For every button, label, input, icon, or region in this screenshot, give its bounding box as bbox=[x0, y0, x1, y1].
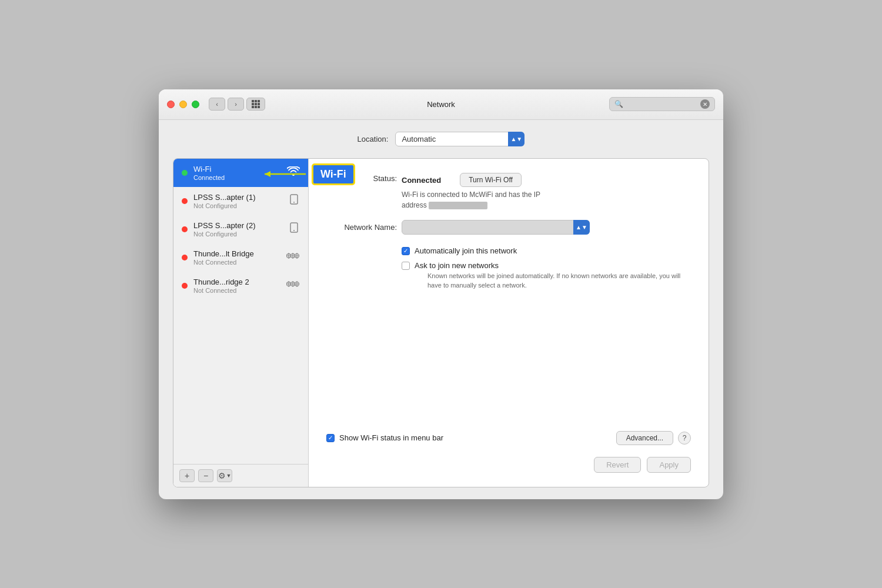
gear-chevron-icon: ▼ bbox=[226, 473, 232, 479]
apply-button[interactable]: Apply bbox=[647, 457, 691, 473]
status-value-group: Connected Turn Wi-Fi Off Wi-Fi is connec… bbox=[402, 173, 566, 211]
gear-menu-button[interactable]: ⚙ ▼ bbox=[217, 469, 232, 482]
traffic-lights bbox=[167, 101, 199, 108]
show-wifi-row: ✓ Show Wi-Fi status in menu bar Advanced… bbox=[326, 431, 691, 445]
maximize-button[interactable] bbox=[192, 101, 199, 108]
grid-view-button[interactable] bbox=[246, 98, 265, 111]
location-label: Location: bbox=[358, 135, 389, 143]
tb1-item-name: Thunde...lt Bridge bbox=[193, 249, 282, 258]
sidebar-footer: + − ⚙ ▼ bbox=[173, 464, 308, 487]
phone-icon-2 bbox=[288, 222, 300, 236]
lpss2-item-text: LPSS S...apter (2) Not Configured bbox=[193, 221, 285, 238]
main-area: Wi-Fi Connected bbox=[173, 158, 709, 487]
network-name-select[interactable] bbox=[402, 220, 590, 235]
thunderbolt-icon-2 bbox=[286, 279, 300, 292]
network-name-row: Network Name: ▲▼ bbox=[326, 220, 691, 235]
status-description: Wi-Fi is connected to McWiFi and has the… bbox=[402, 189, 566, 211]
search-input[interactable] bbox=[626, 100, 696, 108]
gear-icon: ⚙ bbox=[218, 471, 226, 480]
search-clear-button[interactable]: ✕ bbox=[700, 99, 710, 109]
sidebar-item-wifi[interactable]: Wi-Fi Connected bbox=[173, 159, 308, 187]
detail-panel: Status: Connected Turn Wi-Fi Off Wi-Fi i… bbox=[309, 159, 709, 487]
show-wifi-checkbox[interactable]: ✓ bbox=[326, 434, 335, 442]
location-select[interactable]: Automatic bbox=[395, 132, 524, 146]
ask-join-row: Ask to join new networks Known networks … bbox=[402, 261, 691, 290]
network-window: ‹ › Network 🔍 ✕ Location: Aut bbox=[159, 89, 723, 499]
auto-join-checkbox[interactable]: ✓ bbox=[402, 247, 410, 255]
lpss1-item-name: LPSS S...apter (1) bbox=[193, 193, 285, 202]
ask-join-checkbox[interactable] bbox=[402, 262, 410, 270]
status-label: Status: bbox=[326, 173, 397, 183]
lpss2-item-name: LPSS S...apter (2) bbox=[193, 221, 285, 230]
nav-buttons: ‹ › bbox=[209, 98, 244, 111]
back-button[interactable]: ‹ bbox=[209, 98, 225, 111]
sidebar-item-lpss1[interactable]: LPSS S...apter (1) Not Configured bbox=[173, 187, 308, 215]
phone-icon-1 bbox=[288, 193, 300, 208]
svg-point-5 bbox=[293, 230, 295, 231]
sidebar-item-lpss2[interactable]: LPSS S...apter (2) Not Configured bbox=[173, 215, 308, 243]
tb2-item-status: Not Connected bbox=[193, 287, 282, 294]
ask-join-description: Known networks will be joined automatica… bbox=[427, 271, 691, 290]
tb2-status-dot bbox=[182, 283, 188, 289]
sidebar: Wi-Fi Connected bbox=[173, 159, 309, 487]
tb1-item-status: Not Connected bbox=[193, 259, 282, 266]
search-bar[interactable]: 🔍 ✕ bbox=[609, 97, 715, 111]
close-button[interactable] bbox=[167, 101, 175, 108]
lpss1-item-status: Not Configured bbox=[193, 202, 285, 209]
auto-join-row: ✓ Automatically join this network bbox=[402, 246, 691, 255]
tb2-item-text: Thunde...ridge 2 Not Connected bbox=[193, 278, 282, 294]
window-title: Network bbox=[427, 100, 455, 109]
wifi-item-name: Wi-Fi bbox=[193, 165, 283, 173]
lpss2-status-dot bbox=[182, 226, 188, 232]
remove-network-button[interactable]: − bbox=[198, 469, 213, 482]
grid-icon bbox=[252, 100, 260, 108]
network-name-label: Network Name: bbox=[326, 223, 397, 232]
tb1-item-text: Thunde...lt Bridge Not Connected bbox=[193, 249, 282, 266]
status-row: Status: Connected Turn Wi-Fi Off Wi-Fi i… bbox=[326, 173, 691, 211]
sidebar-item-thunderbolt1[interactable]: Thunde...lt Bridge Not Connected bbox=[173, 243, 308, 272]
lpss1-item-text: LPSS S...apter (1) Not Configured bbox=[193, 193, 285, 209]
sidebar-items-list: Wi-Fi Connected bbox=[173, 159, 308, 464]
revert-button[interactable]: Revert bbox=[594, 457, 641, 473]
wifi-item-status: Connected bbox=[193, 174, 283, 181]
wifi-signal-icon bbox=[287, 166, 300, 179]
network-name-select-wrapper: ▲▼ bbox=[402, 220, 590, 235]
sidebar-item-thunderbolt2[interactable]: Thunde...ridge 2 Not Connected bbox=[173, 272, 308, 300]
thunderbolt-icon-1 bbox=[286, 250, 300, 264]
status-connected-value: Connected bbox=[402, 175, 441, 185]
advanced-button[interactable]: Advanced... bbox=[616, 431, 673, 445]
tb1-status-dot bbox=[182, 255, 188, 260]
bottom-section: ✓ Show Wi-Fi status in menu bar Advanced… bbox=[326, 431, 691, 473]
add-network-button[interactable]: + bbox=[179, 469, 195, 482]
auto-join-label: Automatically join this network bbox=[415, 246, 517, 255]
show-wifi-label: Show Wi-Fi status in menu bar bbox=[339, 433, 616, 442]
forward-button[interactable]: › bbox=[228, 98, 244, 111]
lpss2-item-status: Not Configured bbox=[193, 230, 285, 238]
location-row: Location: Automatic ▲▼ bbox=[173, 132, 709, 146]
bottom-actions: Revert Apply bbox=[326, 457, 691, 473]
wifi-item-text: Wi-Fi Connected bbox=[193, 165, 283, 181]
ask-join-label: Ask to join new networks bbox=[415, 261, 499, 270]
titlebar: ‹ › Network 🔍 ✕ bbox=[159, 89, 723, 120]
help-button[interactable]: ? bbox=[678, 432, 691, 445]
ip-address-blurred bbox=[429, 202, 487, 209]
search-icon: 🔍 bbox=[614, 100, 623, 108]
lpss1-status-dot bbox=[182, 198, 188, 204]
wifi-status-dot bbox=[182, 170, 188, 176]
tb2-item-name: Thunde...ridge 2 bbox=[193, 278, 282, 286]
location-select-wrapper: Automatic ▲▼ bbox=[395, 132, 524, 146]
turn-wifi-button[interactable]: Turn Wi-Fi Off bbox=[460, 173, 522, 187]
checkboxes-section: ✓ Automatically join this network Ask to… bbox=[402, 246, 691, 290]
svg-point-3 bbox=[293, 202, 295, 203]
minimize-button[interactable] bbox=[179, 101, 187, 108]
content-area: Location: Automatic ▲▼ Wi-Fi bbox=[159, 120, 723, 499]
